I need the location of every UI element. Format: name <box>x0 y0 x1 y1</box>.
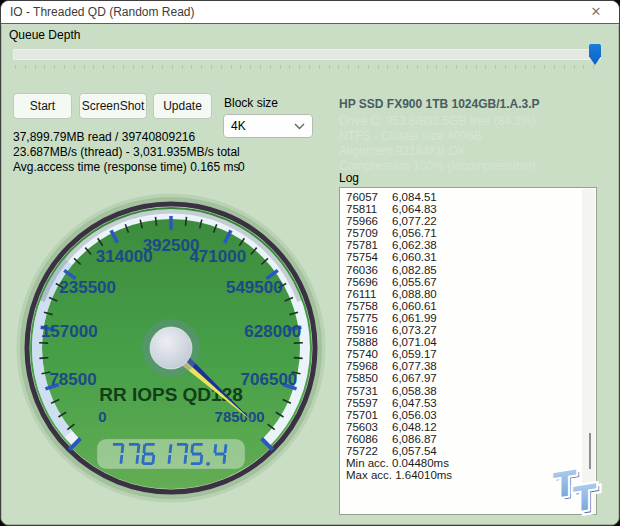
start-button[interactable]: Start <box>13 93 72 119</box>
log-row: 757546,060.31 <box>346 251 596 263</box>
log-row: 759166,073.27 <box>346 324 596 336</box>
svg-text:235500: 235500 <box>59 278 116 297</box>
stat-access-time: Avg.access time (response time) 0.165 ms <box>13 160 240 174</box>
svg-text:471000: 471000 <box>189 247 246 266</box>
queue-depth-slider-track[interactable] <box>13 49 601 60</box>
log-row: 758886,071.04 <box>346 336 596 348</box>
iops-gauge: 0785001570002355003140003925004710005495… <box>11 188 331 508</box>
update-button[interactable]: Update <box>153 93 212 119</box>
window-content: Queue Depth Start ScreenShot Update Bloc… <box>1 25 619 525</box>
drive-detail-line: Drive C: 953.8/803.5GB free (84.2%) <box>339 114 536 128</box>
log-row: 760366,082.85 <box>346 264 596 276</box>
stat-throughput: 23.687MB/s (thread) - 3,031.935MB/s tota… <box>13 145 240 159</box>
log-row: 759666,077.22 <box>346 215 596 227</box>
block-size-dropdown[interactable]: 4K <box>223 114 313 138</box>
stat-read-total: 37,899.79MB read / 39740809216 <box>13 130 195 144</box>
log-row: 759686,077.38 <box>346 360 596 372</box>
log-row: 757096,056.71 <box>346 227 596 239</box>
log-row: 760866,086.87 <box>346 433 596 445</box>
svg-text:T: T <box>573 476 597 520</box>
app-window: IO - Threaded QD (Random Read) ✕ Queue D… <box>0 0 620 526</box>
log-row: 757406,059.17 <box>346 348 596 360</box>
log-row: 757816,062.38 <box>346 239 596 251</box>
window-title: IO - Threaded QD (Random Read) <box>10 5 195 19</box>
log-row: 757016,056.03 <box>346 409 596 421</box>
log-row: 755976,047.53 <box>346 397 596 409</box>
screenshot-button[interactable]: ScreenShot <box>79 93 147 119</box>
drive-detail-line: Compression 100% (Incompressible) <box>339 159 536 173</box>
log-row: 761116,088.80 <box>346 288 596 300</box>
log-rows: 760576,084.51758116,064.83759666,077.227… <box>346 191 596 481</box>
log-row: 756966,055.67 <box>346 276 596 288</box>
svg-text:157000: 157000 <box>41 322 98 341</box>
tweaktown-logo-icon: TTTTTT <box>547 453 609 525</box>
svg-text:78500: 78500 <box>49 370 96 389</box>
svg-text:628000: 628000 <box>244 322 301 341</box>
close-icon[interactable]: ✕ <box>581 1 611 23</box>
drive-detail-line: Alignment 93184KB OK <box>339 144 466 158</box>
drive-detail-line: NTFS - Cluster size 4096B <box>339 129 482 143</box>
queue-depth-slider-ticks <box>15 65 600 69</box>
title-bar: IO - Threaded QD (Random Read) ✕ <box>1 1 619 24</box>
block-size-label: Block size <box>224 96 278 110</box>
queue-depth-label: Queue Depth <box>9 28 80 42</box>
svg-text:706500: 706500 <box>241 370 298 389</box>
log-row: 760576,084.51 <box>346 191 596 203</box>
log-row: 757756,061.99 <box>346 312 596 324</box>
drive-model-label: HP SSD FX900 1TB 1024GB/1.A.3.P <box>339 97 540 111</box>
log-label: Log <box>339 171 359 185</box>
log-row: 756036,048.12 <box>346 421 596 433</box>
log-row: 758506,067.97 <box>346 372 596 384</box>
queue-depth-slider-thumb[interactable] <box>589 44 601 65</box>
stat-extra-value: 0 <box>238 160 245 174</box>
block-size-value: 4K <box>231 119 294 133</box>
log-row: 758116,064.83 <box>346 203 596 215</box>
screenshot-stage: IO - Threaded QD (Random Read) ✕ Queue D… <box>0 0 620 526</box>
log-row: 757316,058.38 <box>346 385 596 397</box>
log-row: 757586,060.61 <box>346 300 596 312</box>
svg-text:549500: 549500 <box>226 278 283 297</box>
chevron-down-icon <box>294 123 305 130</box>
svg-text:0: 0 <box>98 408 106 425</box>
